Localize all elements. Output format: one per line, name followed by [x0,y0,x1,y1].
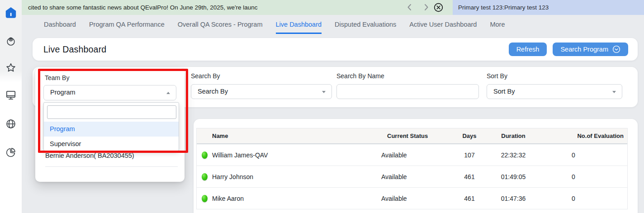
search-by-select[interactable]: Search By [191,84,332,99]
tab-dashboard[interactable]: Dashboard [44,15,76,34]
page-header-card: Live Dashboard Refresh Search Program [33,38,638,61]
days-cell: 461 [451,195,488,202]
search-by-group: Search By Search By [191,72,332,99]
tab-active-user-dashboard[interactable]: Active User Dashboard [409,15,477,34]
days-cell: 461 [451,173,488,180]
agent-name-cell: William James-QAV [212,151,374,159]
team-by-select[interactable]: Program [43,85,176,100]
col-header-no-of-evaluation: No.of Evaluation [539,133,627,139]
agent-name-cell: Harry Johnson [212,173,374,180]
col-header-current-status: Current Status [374,133,451,139]
banner-close-icon[interactable] [433,2,444,13]
search-program-button[interactable]: Search Program [553,43,628,56]
search-by-label: Search By [191,72,332,80]
status-indicator-cell [197,151,212,159]
ticker-text: Primary test 123:Primary test 123 [453,0,549,15]
agent-name-cell: Mike Aaron [212,195,374,202]
chevron-up-icon [166,92,170,94]
sort-by-label: Sort By [487,72,622,80]
days-cell: 107 [451,151,488,159]
marquee-text: cited to share some fantastic news about… [28,0,258,15]
tab-live-dashboard[interactable]: Live Dashboard [276,15,322,34]
home-logo-icon[interactable] [4,6,18,19]
live-dashboard-table: NameCurrent StatusDaysDurationNo.of Eval… [196,128,628,209]
globe-icon[interactable] [5,118,17,130]
search-by-name-group: Search By Name [336,72,479,99]
search-by-value: Search By [198,88,228,95]
sort-by-value: Sort By [493,88,515,95]
refresh-button-label: Refresh [516,46,540,53]
chevron-down-icon [612,91,616,93]
search-program-label: Search Program [560,46,608,53]
announcement-banner: cited to share some fantastic news about… [22,0,644,15]
no-of-evaluation-cell: 0 [539,151,627,159]
online-status-dot-icon [202,151,208,159]
refresh-button[interactable]: Refresh [509,43,547,56]
no-of-evaluation-cell: 0 [539,195,627,202]
table-body: William James-QAVAvailable10722:32:320Ha… [197,144,627,209]
divider [45,166,178,167]
chevron-down-icon [322,91,326,93]
sort-by-select[interactable]: Sort By [487,84,622,99]
ticker: Primary test 123:Primary test 123 [453,0,644,15]
table-row-mike-aaron[interactable]: Mike AaronAvailable46101:47:360 [197,188,627,209]
team-by-dropdown-search-input[interactable] [47,105,176,119]
badge-icon[interactable] [5,35,17,47]
tab-overall-qa-scores-program[interactable]: Overall QA Scores - Program [178,15,263,34]
current-status-cell: Available [374,151,451,159]
table-header-row: NameCurrent StatusDaysDurationNo.of Eval… [197,128,627,144]
header-actions: Refresh Search Program [509,43,628,56]
col-header-days: Days [451,133,488,139]
table-row-william-james-qav[interactable]: William James-QAVAvailable10722:32:320 [197,144,627,166]
program-list-item[interactable]: Bernie Anderson( BA2030455) [45,152,134,159]
live-dashboard-table-card: NameCurrent StatusDaysDurationNo.of Eval… [194,119,638,213]
duration-cell: 01:47:36 [488,195,539,202]
current-status-cell: Available [374,195,451,202]
monitor-icon[interactable] [5,89,17,101]
team-by-label: Team By [45,74,69,81]
col-header-duration: Duration [488,133,539,139]
team-by-dropdown: ProgramSupervisor [43,102,179,151]
table-row-harry-johnson[interactable]: Harry JohnsonAvailable46101:49:050 [197,166,627,188]
online-status-dot-icon [202,173,208,180]
tab-disputed-evaluations[interactable]: Disputed Evaluations [335,15,396,34]
status-indicator-cell [197,173,212,180]
tab-more[interactable]: More [490,15,505,34]
chevron-down-circle-icon [612,45,620,53]
team-by-option-supervisor[interactable]: Supervisor [44,137,179,151]
status-indicator-cell [197,195,212,202]
team-by-option-program[interactable]: Program [44,122,179,137]
tab-program-qa-performance[interactable]: Program QA Performance [89,15,165,34]
pie-chart-icon[interactable] [5,147,17,158]
col-header-name: Name [212,133,374,139]
team-by-value: Program [50,89,76,96]
no-of-evaluation-cell: 0 [539,173,627,180]
online-status-dot-icon [202,195,208,202]
sort-by-group: Sort By Sort By [487,72,622,99]
sidebar [0,0,22,213]
star-icon[interactable] [5,62,17,74]
page-title: Live Dashboard [43,44,106,55]
duration-cell: 22:32:32 [488,151,539,159]
current-status-cell: Available [374,173,451,180]
team-by-panel: Team By Program ProgramSupervisor Bernie… [35,68,185,182]
tabs-row: DashboardProgram QA PerformanceOverall Q… [22,15,644,34]
banner-next-icon[interactable] [421,3,431,12]
team-by-options: ProgramSupervisor [44,122,179,151]
banner-prev-icon[interactable] [405,3,414,12]
search-by-name-label: Search By Name [336,72,479,80]
duration-cell: 01:49:05 [488,173,539,180]
search-by-name-input[interactable] [336,84,479,99]
